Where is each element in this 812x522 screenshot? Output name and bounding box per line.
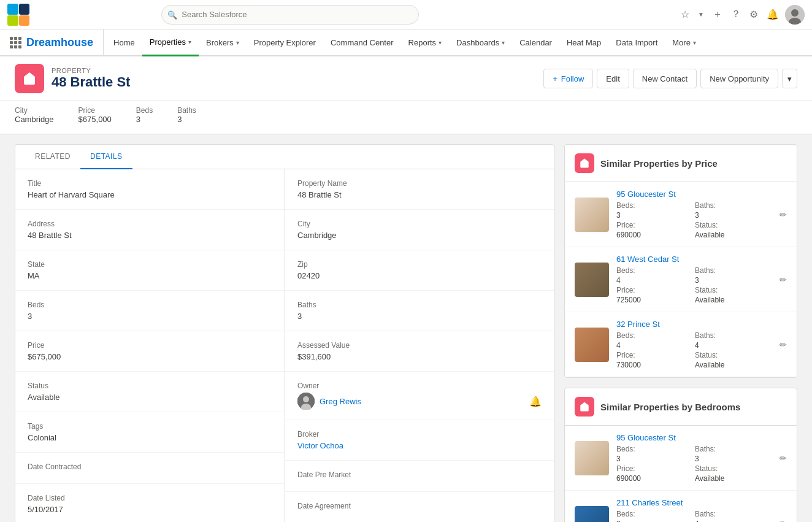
edit-property-icon[interactable]: ✏ xyxy=(779,453,787,463)
nav-command-center[interactable]: Command Center xyxy=(323,29,401,56)
nav-more[interactable]: More ▾ xyxy=(665,29,703,56)
price-meta-value: 725000 xyxy=(616,296,694,304)
nav-reports[interactable]: Reports ▾ xyxy=(401,29,450,56)
new-opportunity-button[interactable]: New Opportunity xyxy=(700,69,778,88)
field-assessed-value: Assessed Value $391,600 xyxy=(285,331,554,372)
status-meta-label: Status: xyxy=(695,351,772,359)
nav-dashboards[interactable]: Dashboards ▾ xyxy=(449,29,512,56)
page-header-actions: + Follow Edit New Contact New Opportunit… xyxy=(543,69,797,88)
field-baths: Baths 3 xyxy=(285,291,554,331)
detail-tabs: RELATED DETAILS xyxy=(15,145,554,169)
add-button[interactable]: ＋ xyxy=(710,6,725,23)
key-info-city: City Cambridge xyxy=(15,106,54,124)
field-tags: Tags Colonial xyxy=(15,412,285,453)
property-name-link[interactable]: 211 Charles Street xyxy=(616,498,772,507)
property-name-link[interactable]: 32 Prince St xyxy=(616,320,772,329)
list-item: 95 Gloucester St Beds: Baths: 3 3 Price:… xyxy=(565,426,797,491)
nav-properties[interactable]: Properties ▾ xyxy=(142,29,199,56)
new-contact-button[interactable]: New Contact xyxy=(633,69,697,88)
search-input[interactable] xyxy=(161,5,419,25)
svg-point-5 xyxy=(791,9,799,17)
property-thumb xyxy=(575,198,609,232)
edit-property-icon[interactable]: ✏ xyxy=(779,275,787,285)
property-name-link[interactable]: 61 West Cedar St xyxy=(616,255,772,264)
field-date-pre-market: Date Pre Market xyxy=(285,461,554,492)
baths-meta-label: Baths: xyxy=(695,331,772,340)
beds-label: Beds xyxy=(136,106,153,115)
favorites-chevron[interactable]: ▼ xyxy=(695,9,707,20)
broker-value[interactable]: Victor Ochoa xyxy=(297,441,542,450)
nav-command-center-label: Command Center xyxy=(331,38,394,47)
property-name-value: 48 Brattle St xyxy=(297,190,542,199)
owner-name[interactable]: Greg Rewis xyxy=(320,397,361,406)
baths-meta-value: 4 xyxy=(695,341,772,350)
edit-label: Edit xyxy=(606,74,619,83)
assessed-value-value: $391,600 xyxy=(297,352,542,361)
baths-label: Baths xyxy=(177,106,196,115)
app-brand: Dreamhouse xyxy=(5,29,104,55)
date-listed-value: 5/10/2017 xyxy=(28,505,272,514)
property-thumb xyxy=(575,441,609,475)
zip-label: Zip xyxy=(297,260,542,269)
broker-label: Broker xyxy=(297,430,542,439)
beds-meta-label: Beds: xyxy=(616,331,694,340)
follow-button[interactable]: + Follow xyxy=(543,69,593,88)
field-property-name: Property Name 48 Brattle St xyxy=(285,169,554,210)
edit-property-icon[interactable]: ✏ xyxy=(779,210,787,220)
beds-meta-value: 3 xyxy=(616,211,694,220)
help-button[interactable]: ？ xyxy=(729,6,743,23)
app-logo xyxy=(7,4,29,26)
beds-meta-label: Beds: xyxy=(616,266,694,275)
record-type-label: PROPERTY xyxy=(52,67,130,74)
key-info-price: Price $675,000 xyxy=(79,106,112,124)
favorites-button[interactable]: ☆ xyxy=(678,6,692,23)
assessed-value-label: Assessed Value xyxy=(297,341,542,350)
notifications-button[interactable]: 🔔 xyxy=(764,6,781,23)
page-header-text: PROPERTY 48 Brattle St xyxy=(52,67,130,90)
similar-bedrooms-icon xyxy=(575,397,594,416)
property-name-link[interactable]: 95 Gloucester St xyxy=(616,190,772,199)
page-header: PROPERTY 48 Brattle St + Follow Edit New… xyxy=(0,56,812,101)
similar-by-bedrooms-card: Similar Properties by Bedrooms 95 Glouce… xyxy=(564,388,797,522)
edit-button[interactable]: Edit xyxy=(597,69,629,88)
svg-point-8 xyxy=(303,396,309,402)
date-contracted-label: Date Contracted xyxy=(28,463,272,471)
price-field-value: $675,000 xyxy=(28,352,272,361)
price-meta-value: 690000 xyxy=(616,474,694,483)
settings-button[interactable]: ⚙ xyxy=(747,6,760,23)
property-record-icon xyxy=(15,64,44,93)
key-info-beds: Beds 3 xyxy=(136,106,153,124)
nav-brokers[interactable]: Brokers ▾ xyxy=(199,29,247,56)
nav-data-import[interactable]: Data Import xyxy=(608,29,665,56)
edit-property-icon[interactable]: ✏ xyxy=(779,518,787,523)
edit-property-icon[interactable]: ✏ xyxy=(779,340,787,350)
new-opportunity-label: New Opportunity xyxy=(710,74,769,83)
state-value: MA xyxy=(28,271,272,280)
tab-details[interactable]: DETAILS xyxy=(80,145,132,169)
reports-chevron-icon: ▾ xyxy=(439,39,442,46)
svg-rect-2 xyxy=(7,15,18,26)
avatar[interactable] xyxy=(785,5,805,25)
actions-dropdown-button[interactable]: ▾ xyxy=(782,69,797,88)
svg-rect-3 xyxy=(19,15,29,26)
property-info: 95 Gloucester St Beds: Baths: 3 3 Price:… xyxy=(616,190,772,239)
status-value: Available xyxy=(28,393,272,402)
status-label: Status xyxy=(28,382,272,390)
baths-field-value: 3 xyxy=(297,312,542,321)
nav-home[interactable]: Home xyxy=(106,29,142,56)
nav-property-explorer[interactable]: Property Explorer xyxy=(247,29,323,56)
nav-calendar[interactable]: Calendar xyxy=(512,29,559,56)
tab-related[interactable]: RELATED xyxy=(25,145,80,169)
baths-value: 3 xyxy=(177,115,196,124)
field-owner: Owner Greg Rewis 🔔 xyxy=(285,372,554,420)
field-date-listed: Date Listed 5/10/2017 xyxy=(15,484,285,522)
property-name-link[interactable]: 95 Gloucester St xyxy=(616,433,772,442)
similar-by-bedrooms-title: Similar Properties by Bedrooms xyxy=(600,402,740,412)
beds-field-value: 3 xyxy=(28,312,272,321)
nav-heatmap[interactable]: Heat Map xyxy=(559,29,608,56)
page-title: 48 Brattle St xyxy=(52,74,130,90)
owner-label: Owner xyxy=(297,382,542,390)
price-meta-label: Price: xyxy=(616,221,694,229)
nav-data-import-label: Data Import xyxy=(616,38,657,47)
property-info: 95 Gloucester St Beds: Baths: 3 3 Price:… xyxy=(616,433,772,483)
